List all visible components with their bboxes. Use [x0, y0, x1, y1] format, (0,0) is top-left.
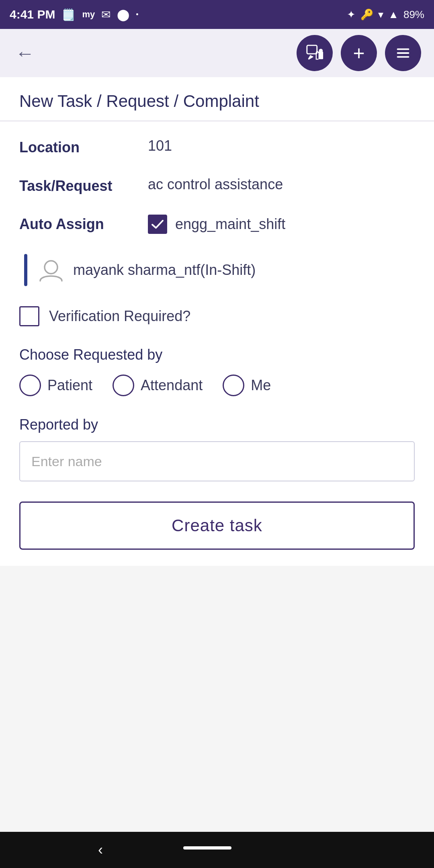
radio-patient-label: Patient — [47, 377, 92, 394]
home-pill — [183, 846, 231, 854]
requested-by-section: Choose Requested by Patient Attendant Me — [19, 346, 415, 396]
wifi-icon: ▾ — [378, 8, 383, 21]
plus-icon: + — [353, 43, 364, 63]
key-icon: 🔑 — [360, 8, 373, 21]
svg-rect-1 — [319, 51, 323, 59]
radio-attendant-circle[interactable] — [113, 375, 134, 396]
svg-point-6 — [45, 261, 57, 274]
location-label: Location — [19, 137, 148, 156]
menu-button[interactable] — [385, 35, 421, 71]
notification-icon: 🗒️ — [61, 8, 76, 21]
radio-group: Patient Attendant Me — [19, 375, 415, 396]
checkmark-icon — [151, 217, 164, 231]
signal-icon: ▲ — [388, 8, 399, 21]
radio-patient[interactable]: Patient — [19, 375, 92, 396]
bottom-back-icon: ‹ — [98, 841, 103, 858]
location-value: 101 — [148, 137, 415, 154]
create-task-button[interactable]: Create task — [19, 502, 415, 550]
auto-assign-value: engg_maint_shift — [175, 216, 285, 233]
add-button[interactable]: + — [341, 35, 377, 71]
verification-row: Verification Required? — [19, 306, 415, 326]
svg-rect-5 — [397, 56, 409, 58]
status-bar-left: 4:41 PM 🗒️ my ✉ ⬤ • — [10, 8, 139, 21]
status-time: 4:41 PM — [10, 8, 55, 21]
assignee-row: mayank sharma_ntf(In-Shift) — [19, 254, 415, 286]
status-bar: 4:41 PM 🗒️ my ✉ ⬤ • ✦ 🔑 ▾ ▲ 89% — [0, 0, 434, 29]
radio-me[interactable]: Me — [223, 375, 271, 396]
verification-checkbox[interactable] — [19, 306, 39, 326]
reported-by-title: Reported by — [19, 416, 415, 433]
bottom-nav: ‹ — [0, 832, 434, 868]
back-button[interactable]: ← — [13, 41, 37, 65]
blue-bar-indicator — [24, 254, 27, 286]
svg-rect-4 — [397, 52, 409, 54]
location-row: Location 101 — [19, 137, 415, 156]
reported-by-section: Reported by — [19, 416, 415, 481]
user-avatar-icon — [37, 256, 65, 284]
page-title-bar: New Task / Request / Complaint — [0, 77, 434, 121]
bluetooth-icon: ✦ — [347, 8, 356, 21]
auto-assign-checkbox[interactable] — [148, 215, 167, 234]
feedback-button[interactable] — [297, 35, 333, 71]
auto-assign-checkbox-area: engg_maint_shift — [148, 215, 285, 234]
task-request-label: Task/Request — [19, 176, 148, 194]
svg-rect-3 — [397, 49, 409, 50]
assignee-name: mayank sharma_ntf(In-Shift) — [73, 262, 256, 278]
verification-label: Verification Required? — [49, 308, 190, 325]
status-bar-right: ✦ 🔑 ▾ ▲ 89% — [347, 8, 424, 21]
feedback-icon — [305, 44, 324, 62]
form-container: Location 101 Task/Request ac control ass… — [0, 121, 434, 566]
mail-icon: ✉ — [101, 8, 111, 21]
radio-attendant[interactable]: Attendant — [113, 375, 203, 396]
bottom-back-button[interactable]: ‹ — [98, 841, 103, 858]
top-nav: ← + — [0, 29, 434, 77]
circle-icon: ⬤ — [117, 8, 129, 21]
battery-text: 89% — [403, 8, 424, 21]
radio-patient-circle[interactable] — [19, 375, 41, 396]
radio-me-label: Me — [251, 377, 271, 394]
task-request-row: Task/Request ac control assistance — [19, 176, 415, 194]
menu-icon — [394, 44, 412, 62]
nav-buttons: + — [297, 35, 421, 71]
page-title: New Task / Request / Complaint — [19, 92, 415, 111]
my-icon: my — [82, 9, 95, 20]
radio-attendant-label: Attendant — [141, 377, 203, 394]
dot-icon: • — [136, 10, 138, 19]
back-arrow-icon: ← — [15, 42, 35, 64]
svg-point-2 — [319, 49, 323, 53]
auto-assign-row: Auto Assign engg_maint_shift — [19, 215, 415, 234]
radio-me-circle[interactable] — [223, 375, 244, 396]
requested-by-title: Choose Requested by — [19, 346, 415, 363]
svg-rect-0 — [307, 45, 317, 54]
task-request-value: ac control assistance — [148, 176, 415, 193]
reported-by-input[interactable] — [19, 441, 415, 481]
auto-assign-label: Auto Assign — [19, 216, 148, 233]
